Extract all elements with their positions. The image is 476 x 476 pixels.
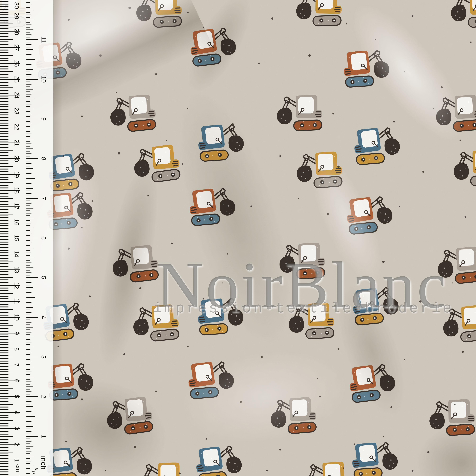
- svg-text:22: 22: [13, 123, 20, 130]
- pattern-dot: [232, 123, 234, 125]
- svg-text:5: 5: [13, 395, 20, 398]
- pattern-dot: [134, 446, 136, 448]
- svg-text:5: 5: [40, 276, 47, 279]
- pattern-dot: [298, 198, 299, 199]
- excavator-motif-orange: [342, 49, 394, 89]
- svg-text:8: 8: [34, 468, 39, 470]
- pattern-dot: [279, 155, 281, 157]
- excavator-motif-blue: [196, 297, 248, 337]
- svg-text:8: 8: [40, 157, 47, 160]
- pattern-dot: [155, 391, 157, 392]
- pattern-dot: [261, 356, 263, 358]
- svg-text:1: 1: [40, 435, 47, 438]
- pattern-dot: [81, 398, 83, 400]
- excavator-motif-yellow: [128, 143, 183, 187]
- pattern-dot: [258, 63, 260, 64]
- excavator-motif-yellow: [445, 0, 476, 31]
- pattern-dot: [82, 227, 83, 228]
- pattern-dot: [128, 7, 131, 9]
- svg-text:26: 26: [13, 60, 20, 67]
- pattern-dot: [179, 473, 181, 474]
- pattern-dot: [412, 470, 413, 472]
- excavator-motif-grey: [106, 244, 161, 286]
- pattern-dot: [470, 42, 472, 43]
- pattern-dot: [287, 245, 289, 247]
- ruler-scale: 1234567891011121314151617181920212223242…: [0, 0, 53, 476]
- pattern-dot: [187, 346, 188, 347]
- pattern-dot: [404, 359, 405, 360]
- svg-text:27: 27: [13, 44, 20, 51]
- pattern-dot: [354, 443, 355, 445]
- pattern-dot: [266, 470, 268, 472]
- pattern-dot: [145, 420, 146, 421]
- pattern-dot: [433, 108, 434, 109]
- pattern-dot: [59, 68, 60, 69]
- pattern-dot: [92, 200, 93, 202]
- pattern-dot: [452, 282, 453, 284]
- pattern-dot: [346, 23, 347, 24]
- pattern-dot: [422, 171, 424, 173]
- svg-text:11: 11: [40, 36, 47, 43]
- excavator-motif-grey: [101, 396, 155, 439]
- excavator-motif-yellow: [448, 149, 476, 189]
- pattern-dot: [81, 116, 83, 117]
- pattern-dot: [279, 449, 281, 450]
- excavator-motif-blue: [350, 441, 403, 476]
- pattern-dot: [375, 39, 376, 40]
- fabric-swatch-photo: NoirBlanc impression•textile•broderie 12…: [0, 0, 476, 476]
- pattern-dot: [182, 163, 183, 165]
- svg-text:19: 19: [13, 171, 20, 178]
- svg-text:18: 18: [13, 187, 20, 194]
- pattern-dot: [100, 54, 102, 57]
- pattern-dot: [459, 139, 461, 141]
- pattern-dot: [57, 346, 59, 347]
- svg-text:7: 7: [13, 363, 20, 367]
- svg-text:6: 6: [40, 236, 47, 240]
- pattern-dot: [383, 436, 384, 437]
- excavator-motif-orange: [46, 362, 98, 402]
- svg-text:16: 16: [13, 219, 20, 225]
- pattern-dot: [105, 470, 106, 471]
- pattern-dot: [338, 348, 339, 350]
- svg-text:24: 24: [13, 92, 20, 99]
- excavator-motif-yellow: [134, 462, 186, 476]
- excavator-motif-orange: [344, 194, 398, 236]
- pattern-dot: [239, 401, 242, 403]
- pattern-dot: [166, 140, 167, 141]
- excavator-pattern: [0, 0, 476, 476]
- excavator-motif-blue: [194, 444, 247, 476]
- pattern-dot: [139, 287, 141, 289]
- ruler-strip: 1234567891011121314151617181920212223242…: [0, 0, 53, 476]
- pattern-dot: [65, 441, 67, 442]
- excavator-motif-yellow: [127, 303, 181, 345]
- pattern-dot: [359, 298, 360, 300]
- svg-text:30: 30: [13, 2, 20, 9]
- excavator-motif-grey: [104, 94, 158, 135]
- pattern-dot: [427, 451, 429, 453]
- pattern-dot: [338, 166, 340, 168]
- svg-text:16: 16: [31, 470, 35, 475]
- svg-text:10: 10: [40, 76, 47, 83]
- svg-text:cm: cm: [15, 464, 21, 472]
- svg-text:20: 20: [13, 155, 20, 162]
- svg-text:28: 28: [13, 28, 20, 35]
- pattern-dot: [327, 213, 329, 215]
- svg-text:15: 15: [13, 235, 20, 241]
- excavator-motif-yellow: [131, 0, 184, 30]
- excavator-motif-blue: [350, 285, 404, 327]
- svg-text:3: 3: [13, 427, 20, 430]
- pattern-dot: [123, 353, 125, 356]
- pattern-dot: [187, 12, 188, 13]
- pattern-dot: [393, 121, 395, 122]
- svg-text:14: 14: [13, 250, 20, 257]
- pattern-dot: [271, 17, 273, 19]
- pattern-dot: [118, 152, 120, 154]
- excavator-motif-yellow: [291, 0, 343, 28]
- pattern-dot: [446, 256, 448, 257]
- svg-text:2: 2: [40, 395, 47, 398]
- pattern-dot: [462, 351, 464, 353]
- svg-text:3: 3: [40, 355, 47, 359]
- svg-text:21: 21: [13, 139, 20, 146]
- pattern-dot: [272, 306, 273, 307]
- excavator-motif-grey: [424, 399, 476, 438]
